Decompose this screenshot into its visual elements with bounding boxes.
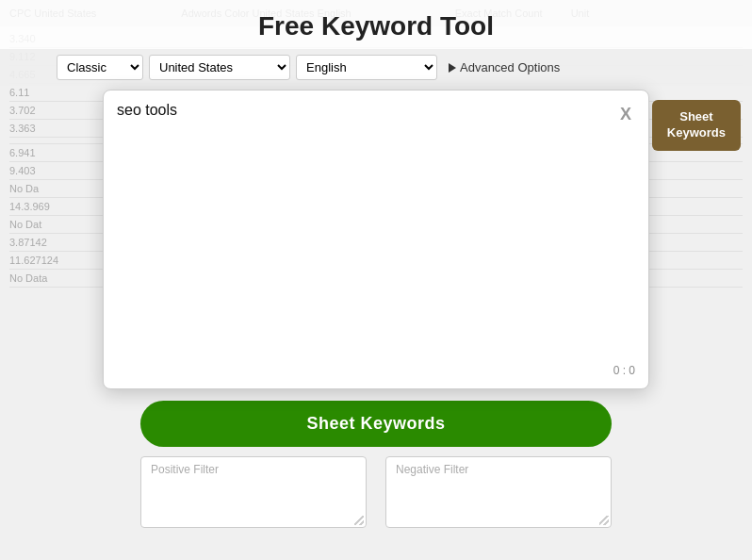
mode-select[interactable]: Classic Advanced (57, 55, 143, 80)
sheet-keywords-float-button[interactable]: SheetKeywords (652, 100, 741, 151)
sheet-keywords-main-button[interactable]: Sheet Keywords (140, 401, 612, 447)
resize-handle (354, 516, 364, 525)
toolbar: Classic Advanced United States United Ki… (0, 49, 752, 86)
negative-filter-label: Negative Filter (396, 463, 468, 476)
keyword-textarea-wrapper: seo tools X SheetKeywords (117, 102, 635, 360)
keyword-input[interactable]: seo tools (117, 102, 635, 356)
keyword-input-box: seo tools X SheetKeywords 0 : 0 (103, 90, 649, 389)
counter-label: 0 : 0 (117, 360, 635, 377)
positive-filter-box: Positive Filter (140, 456, 367, 528)
country-select[interactable]: United States United Kingdom Canada Aust… (149, 55, 290, 80)
language-select[interactable]: English Spanish French German (296, 55, 437, 80)
clear-icon[interactable]: X (620, 106, 631, 123)
triangle-icon (449, 63, 456, 73)
advanced-options-label: Advanced Options (460, 60, 560, 74)
page-title: Free Keyword Tool (0, 0, 752, 49)
main-overlay: Free Keyword Tool Classic Advanced Unite… (0, 0, 752, 560)
advanced-options-link[interactable]: Advanced Options (449, 60, 560, 74)
positive-filter-label: Positive Filter (151, 463, 219, 476)
filter-row: Positive Filter Negative Filter (140, 456, 612, 528)
negative-filter-box: Negative Filter (385, 456, 612, 528)
resize-handle (599, 516, 609, 525)
